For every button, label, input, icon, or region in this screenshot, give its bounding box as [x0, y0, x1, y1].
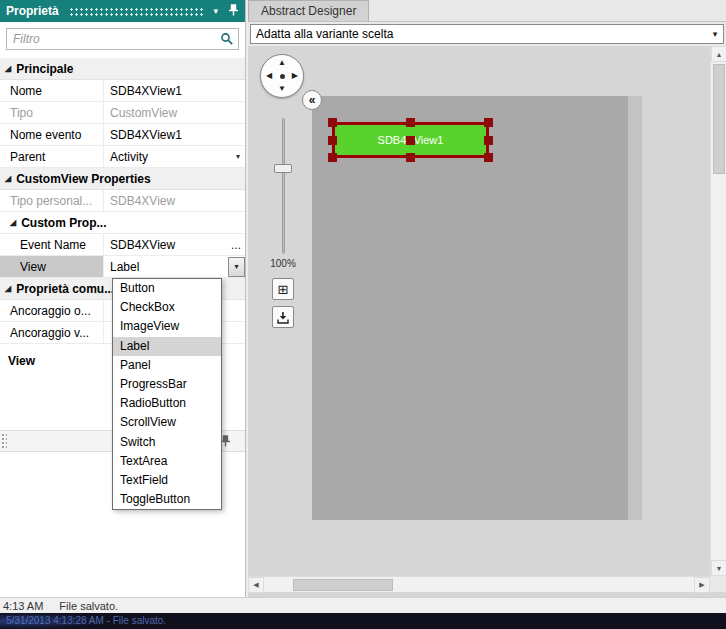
dropdown-item-button[interactable]: Button: [113, 279, 221, 298]
combo-dropdown-button[interactable]: ▾: [228, 257, 245, 277]
pin-icon[interactable]: [228, 2, 239, 20]
zoom-slider-thumb[interactable]: [274, 164, 292, 173]
group-label: Custom Prop...: [21, 216, 106, 230]
scroll-down-button[interactable]: ▼: [711, 560, 726, 576]
prop-label: Nome evento: [0, 124, 104, 145]
drag-grip-icon[interactable]: [1, 433, 7, 449]
designer-surface[interactable]: SDB4XView1 ▲ ▼ ◀ ▶ «: [248, 46, 726, 597]
dropdown-item-label[interactable]: Label: [113, 337, 221, 356]
dropdown-item-progressbar[interactable]: ProgressBar: [113, 375, 221, 394]
expand-triangle-icon: ◢: [10, 218, 16, 227]
taskbar-strip: 5/31/2013 4:13:28 AM - File salvato.: [0, 613, 726, 629]
pan-control[interactable]: ▲ ▼ ◀ ▶: [260, 54, 304, 98]
prop-value-text: Label: [110, 260, 139, 274]
dropdown-item-radiobutton[interactable]: RadioButton: [113, 394, 221, 413]
expand-triangle-icon: ◢: [5, 174, 11, 183]
dropdown-item-textarea[interactable]: TextArea: [113, 452, 221, 471]
dropdown-item-scrollview[interactable]: ScrollView: [113, 413, 221, 432]
scroll-left-button[interactable]: ◀: [248, 577, 264, 593]
variant-selector[interactable]: Adatta alla variante scelta ▾: [250, 24, 724, 44]
prop-value-dropdown[interactable]: Activity ▾: [104, 146, 245, 167]
vertical-scrollbar[interactable]: ▲ ▼: [710, 46, 726, 576]
collapse-chevrons-icon: «: [309, 93, 316, 107]
zoom-slider[interactable]: [274, 118, 292, 254]
pan-down-icon[interactable]: ▼: [278, 85, 286, 93]
dropdown-item-textfield[interactable]: TextField: [113, 471, 221, 490]
selection-center-handle[interactable]: [406, 136, 415, 145]
scroll-right-button[interactable]: ▶: [694, 577, 710, 593]
prop-row-view[interactable]: View Label ▾: [0, 256, 245, 278]
prop-label: Ancoraggio v...: [0, 322, 104, 343]
selection-handle[interactable]: [484, 136, 493, 145]
drag-grip-icon[interactable]: [69, 7, 204, 16]
fit-to-screen-button[interactable]: ⊞: [272, 278, 294, 300]
dropdown-item-panel[interactable]: Panel: [113, 356, 221, 375]
selection-handle[interactable]: [406, 118, 415, 127]
dropdown-arrow-icon[interactable]: ▾: [236, 152, 240, 161]
search-icon[interactable]: [220, 32, 234, 46]
selection-handle[interactable]: [484, 153, 493, 162]
selection-handle[interactable]: [328, 136, 337, 145]
prop-row-nome-evento[interactable]: Nome evento SDB4XView1: [0, 124, 245, 146]
pan-right-icon[interactable]: ▶: [292, 72, 298, 80]
scrollbar-corner: [710, 576, 726, 592]
section-customview-properties[interactable]: ◢ CustomView Properties: [0, 168, 245, 190]
pan-up-icon[interactable]: ▲: [278, 59, 286, 67]
selection-handle[interactable]: [328, 153, 337, 162]
prop-value-text: SDB4XView: [110, 238, 175, 252]
prop-label: Event Name: [0, 234, 104, 255]
properties-panel-title: Proprietà: [6, 4, 59, 18]
dropdown-item-imageview[interactable]: ImageView: [113, 317, 221, 336]
variant-selector-value: Adatta alla variante scelta: [256, 27, 393, 41]
properties-panel: Proprietà ▾ ◢: [0, 0, 246, 597]
pan-center-dot[interactable]: [280, 74, 285, 79]
zoom-level-label: 100%: [262, 258, 304, 269]
dropdown-item-switch[interactable]: Switch: [113, 433, 221, 452]
filter-input[interactable]: [6, 28, 239, 50]
selected-view[interactable]: SDB4XView1: [332, 122, 489, 158]
prop-value-combo[interactable]: Label ▾: [104, 256, 245, 277]
variant-combo-row: Adatta alla variante scelta ▾: [248, 22, 726, 46]
ellipsis-button[interactable]: ...: [231, 238, 241, 252]
prop-value[interactable]: SDB4XView1: [104, 80, 245, 101]
selection-handle[interactable]: [328, 118, 337, 127]
canvas-edge-band: [628, 96, 642, 520]
selection-handle[interactable]: [484, 118, 493, 127]
horizontal-scrollbar[interactable]: ◀ ▶: [248, 576, 710, 592]
status-time: 4:13 AM: [0, 600, 43, 612]
zoom-slider-track[interactable]: [282, 118, 285, 254]
selection-handle[interactable]: [406, 153, 415, 162]
prop-row-parent[interactable]: Parent Activity ▾: [0, 146, 245, 168]
prop-label: Ancoraggio o...: [0, 300, 104, 321]
prop-value-ellipsis[interactable]: SDB4XView ...: [104, 234, 245, 255]
section-principale[interactable]: ◢ Principale: [0, 58, 245, 80]
dropdown-item-checkbox[interactable]: CheckBox: [113, 298, 221, 317]
prop-label: Nome: [0, 80, 104, 101]
import-button[interactable]: [272, 306, 294, 328]
dropdown-arrow-icon[interactable]: ▾: [707, 29, 723, 39]
horizontal-scrollbar-thumb[interactable]: [293, 579, 393, 591]
designer-canvas[interactable]: [312, 96, 628, 520]
prop-row-event-name[interactable]: Event Name SDB4XView ...: [0, 234, 245, 256]
chevron-down-icon[interactable]: ▾: [213, 6, 218, 16]
prop-label: Tipo personal...: [0, 190, 104, 211]
prop-row-nome[interactable]: Nome SDB4XView1: [0, 80, 245, 102]
prop-row-tipo-personalizzato: Tipo personal... SDB4XView: [0, 190, 245, 212]
tab-abstract-designer[interactable]: Abstract Designer: [248, 0, 369, 21]
import-icon: [276, 311, 290, 324]
dropdown-item-togglebutton[interactable]: ToggleButton: [113, 490, 221, 509]
section-label: Principale: [16, 62, 73, 76]
prop-value: SDB4XView: [104, 190, 245, 211]
taskbar-log-text: 5/31/2013 4:13:28 AM - File salvato.: [0, 613, 726, 629]
pan-left-icon[interactable]: ◀: [266, 72, 272, 80]
group-custom-properties[interactable]: ◢ Custom Prop...: [0, 212, 245, 234]
vertical-scrollbar-thumb[interactable]: [713, 64, 725, 174]
section-label: Proprietà comu...: [16, 282, 114, 296]
abstract-designer-panel: Abstract Designer Adatta alla variante s…: [248, 0, 726, 597]
prop-value[interactable]: SDB4XView1: [104, 124, 245, 145]
expand-triangle-icon: ◢: [5, 284, 11, 293]
prop-label-selected[interactable]: View: [0, 256, 104, 277]
scroll-up-button[interactable]: ▲: [711, 46, 726, 62]
properties-panel-header[interactable]: Proprietà ▾: [0, 0, 245, 22]
collapse-toolbar-button[interactable]: «: [302, 90, 322, 110]
